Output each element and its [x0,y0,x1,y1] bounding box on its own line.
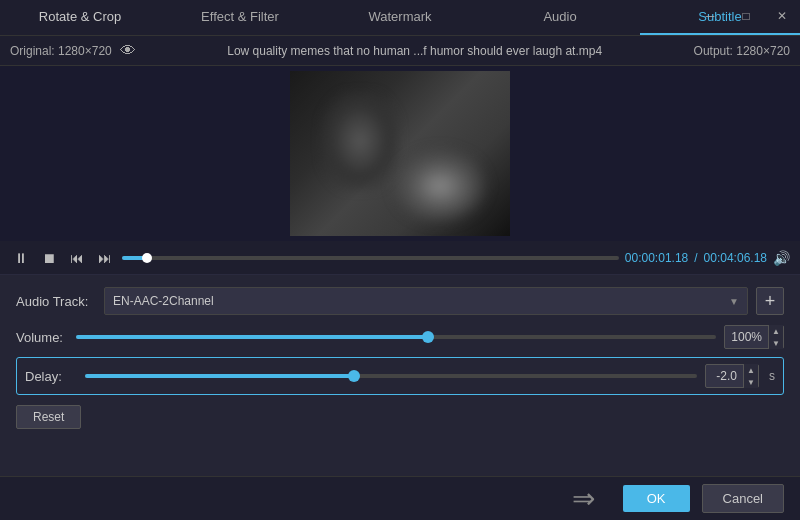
delay-up-button[interactable]: ▲ [744,364,758,376]
delay-thumb[interactable] [348,370,360,382]
playback-bar: ⏸ ⏹ ⏮ ⏭ 00:00:01.18 / 00:04:06.18 🔊 [0,241,800,275]
volume-thumb[interactable] [422,331,434,343]
audio-track-label: Audio Track: [16,294,96,309]
progress-thumb[interactable] [142,253,152,263]
tab-bar: Rotate & Crop Effect & Filter Watermark … [0,0,800,36]
video-frame [290,71,510,236]
arrow-right-icon: ⇒ [572,482,595,515]
delay-value: -2.0 [706,369,743,383]
video-thumbnail [290,71,510,236]
audio-track-select[interactable]: EN-AAC-2Channel ▼ [104,287,748,315]
volume-row: Volume: 100% ▲ ▼ [16,325,784,349]
delay-value-box: -2.0 ▲ ▼ [705,364,759,388]
reset-row: Reset [16,405,784,429]
prev-button[interactable]: ⏮ [66,247,88,269]
delay-down-button[interactable]: ▼ [744,376,758,388]
current-time: 00:00:01.18 [625,251,688,265]
volume-up-button[interactable]: ▲ [769,325,783,337]
filename-label: Low quality memes that no human ...f hum… [144,44,686,58]
volume-value-box: 100% ▲ ▼ [724,325,784,349]
total-time: 00:04:06.18 [704,251,767,265]
ok-button[interactable]: OK [623,485,690,512]
next-button[interactable]: ⏭ [94,247,116,269]
delay-label: Delay: [25,369,77,384]
main-content: Original: 1280×720 👁 Low quality memes t… [0,36,800,488]
volume-down-button[interactable]: ▼ [769,337,783,349]
stop-button[interactable]: ⏹ [38,247,60,269]
bottom-bar: ⇒ OK Cancel [0,476,800,520]
volume-spinners: ▲ ▼ [768,325,783,349]
delay-spinners: ▲ ▼ [743,364,758,388]
delay-row: Delay: -2.0 ▲ ▼ s [25,364,775,388]
tab-effect-filter[interactable]: Effect & Filter [160,0,320,35]
volume-value: 100% [725,330,768,344]
volume-fill [76,335,428,339]
minimize-button[interactable]: ─ [692,0,728,32]
audio-track-value: EN-AAC-2Channel [113,294,214,308]
volume-icon[interactable]: 🔊 [773,250,790,266]
delay-fill [85,374,354,378]
delay-unit-label: s [769,369,775,383]
controls-section: Audio Track: EN-AAC-2Channel ▼ + Volume:… [0,275,800,488]
progress-bar[interactable] [122,256,619,260]
video-area [0,66,800,241]
add-audio-button[interactable]: + [756,287,784,315]
eye-icon[interactable]: 👁 [120,42,136,60]
delay-slider[interactable] [85,374,697,378]
reset-button[interactable]: Reset [16,405,81,429]
volume-slider[interactable] [76,335,716,339]
window-controls: ─ □ ✕ [692,0,800,32]
cancel-button[interactable]: Cancel [702,484,784,513]
close-button[interactable]: ✕ [764,0,800,32]
dropdown-arrow-icon: ▼ [729,296,739,307]
volume-label: Volume: [16,330,68,345]
tab-watermark[interactable]: Watermark [320,0,480,35]
info-bar: Original: 1280×720 👁 Low quality memes t… [0,36,800,66]
output-resolution: Output: 1280×720 [694,44,790,58]
original-resolution: Original: 1280×720 [10,44,112,58]
tab-audio[interactable]: Audio [480,0,640,35]
audio-track-row: Audio Track: EN-AAC-2Channel ▼ + [16,287,784,315]
delay-section: Delay: -2.0 ▲ ▼ s [16,357,784,395]
pause-button[interactable]: ⏸ [10,247,32,269]
tab-rotate-crop[interactable]: Rotate & Crop [0,0,160,35]
time-separator: / [694,251,697,265]
maximize-button[interactable]: □ [728,0,764,32]
